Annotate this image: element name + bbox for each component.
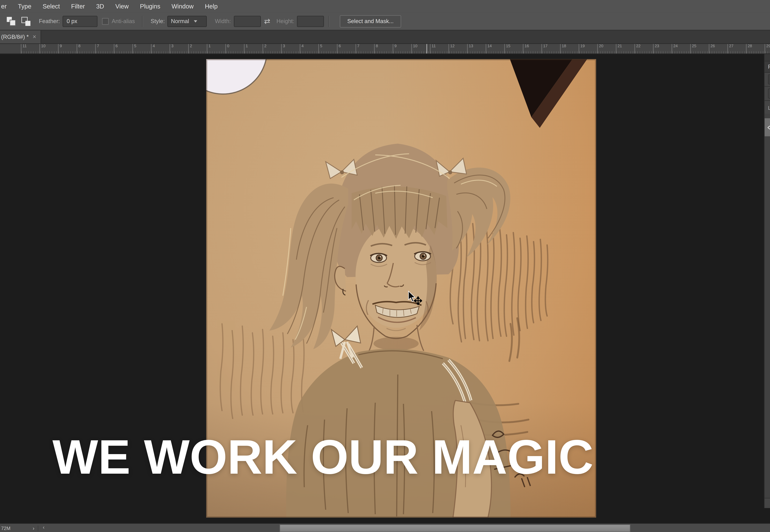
ruler-number: 29 <box>766 44 770 48</box>
blend-mode-dropdown[interactable]: Normal <box>768 88 770 99</box>
ruler-unit: 26 <box>709 43 728 54</box>
scroll-left-icon[interactable]: ‹ <box>43 524 44 530</box>
ruler-unit: 0 <box>225 43 244 54</box>
blend-mode-row: Normal Opacity: 100% <box>765 87 770 101</box>
ruler-unit: 1 <box>207 43 226 54</box>
ruler-unit: 20 <box>597 43 616 54</box>
lock-row: Lock: <box>765 101 770 115</box>
style-dropdown[interactable]: Normal <box>167 16 207 27</box>
width-input[interactable] <box>234 16 261 27</box>
ruler-number: 26 <box>711 44 715 48</box>
ruler-unit: 12 <box>449 43 468 54</box>
ruler-number: 19 <box>580 44 585 48</box>
ruler-number: 21 <box>618 44 622 48</box>
menu-item-view[interactable]: View <box>110 0 134 12</box>
ruler-number: 25 <box>692 44 696 48</box>
style-value: Normal <box>171 18 189 24</box>
options-divider-2 <box>328 16 330 27</box>
feather-input[interactable]: 0 px <box>63 16 98 27</box>
menu-item-window[interactable]: Window <box>166 0 199 12</box>
ruler-unit: 10 <box>411 43 431 54</box>
options-divider-1 <box>142 16 143 27</box>
video-caption-text: WE WORK OUR MAGIC <box>52 433 593 481</box>
ruler-number: 15 <box>506 44 511 48</box>
layers-list: Background <box>765 114 770 498</box>
photoshop-window: er Type Select Filter 3D View Plugins Wi… <box>0 0 770 532</box>
close-tab-icon[interactable]: × <box>33 33 36 40</box>
ruler-unit: 2 <box>262 43 282 54</box>
document-tab[interactable]: (RGB/8#) * × <box>0 30 41 43</box>
ruler-unit: 11 <box>21 43 40 54</box>
menu-item-filter[interactable]: Filter <box>65 0 91 12</box>
menu-item-plugins[interactable]: Plugins <box>134 0 166 12</box>
ruler-number: 13 <box>469 44 473 48</box>
panel-header: « <box>765 54 770 61</box>
chevron-down-icon <box>193 20 197 22</box>
anti-alias-checkbox[interactable] <box>102 18 109 24</box>
ruler-number: 3 <box>171 44 173 48</box>
ruler-number: 1 <box>246 44 248 48</box>
ruler-unit: 8 <box>77 43 96 54</box>
ruler-number: 2 <box>190 44 192 48</box>
new-selection-icon[interactable] <box>7 17 16 26</box>
menu-bar: er Type Select Filter 3D View Plugins Wi… <box>0 0 770 13</box>
ruler-number: 16 <box>525 44 529 48</box>
horizontal-scrollbar-thumb[interactable] <box>279 524 631 532</box>
ruler-unit: 28 <box>746 43 765 54</box>
horizontal-scrollbar[interactable]: ‹ <box>38 524 770 532</box>
layer-row-background[interactable]: Background <box>765 118 770 136</box>
ruler-number: 23 <box>655 44 659 48</box>
tab-properties[interactable]: Prope <box>765 61 770 72</box>
ruler-unit: 19 <box>579 43 598 54</box>
feather-label: Feather: <box>39 18 60 24</box>
ruler-unit: 29 <box>765 43 770 54</box>
ruler-number: 10 <box>413 44 418 48</box>
layer-filter-row: Kind T <box>765 73 770 87</box>
status-expand-icon[interactable]: › <box>29 525 38 531</box>
ruler-unit: 7 <box>95 43 114 54</box>
document-tab-title: (RGB/8#) * <box>1 34 29 40</box>
ruler-unit: 18 <box>560 43 579 54</box>
ruler-unit: 5 <box>318 43 337 54</box>
ruler-number: 11 <box>22 44 27 48</box>
layer-visibility-toggle[interactable] <box>765 118 770 136</box>
lock-label: Lock: <box>768 105 770 111</box>
menu-item-3d[interactable]: 3D <box>91 0 110 12</box>
menu-item-select[interactable]: Select <box>37 0 65 12</box>
ruler-unit: 3 <box>281 43 300 54</box>
ruler-unit: 15 <box>504 43 524 54</box>
filter-kind-dropdown[interactable]: Kind <box>768 74 770 85</box>
ruler-unit: 3 <box>169 43 189 54</box>
screenshot-root: er Type Select Filter 3D View Plugins Wi… <box>0 0 770 532</box>
ruler-unit: 25 <box>690 43 709 54</box>
ruler-number: 11 <box>432 44 436 48</box>
ruler-unit: 5 <box>132 43 151 54</box>
ruler-number: 6 <box>338 44 341 48</box>
select-and-mask-button[interactable]: Select and Mask... <box>340 15 401 27</box>
ruler-number: 1 <box>208 44 211 48</box>
height-label: Height: <box>276 18 294 24</box>
ruler-unit: 13 <box>467 43 486 54</box>
ruler-unit: 9 <box>58 43 77 54</box>
ruler-unit: 2 <box>188 43 207 54</box>
ruler-unit: 4 <box>151 43 170 54</box>
ruler-number: 4 <box>301 44 303 48</box>
ruler-number: 10 <box>41 44 46 48</box>
ruler-number: 28 <box>748 44 752 48</box>
menu-item-type[interactable]: Type <box>12 0 37 12</box>
height-input[interactable] <box>297 16 324 27</box>
ruler-unit: 16 <box>523 43 542 54</box>
menu-item-help[interactable]: Help <box>199 0 223 12</box>
ruler-unit: 8 <box>374 43 393 54</box>
swap-dimensions-icon[interactable]: ⇄ <box>264 17 270 25</box>
menu-item-layer-cut[interactable]: er <box>0 0 12 12</box>
ruler-unit: 11 <box>430 43 449 54</box>
ruler-number: 14 <box>488 44 492 48</box>
ruler-number: 18 <box>562 44 566 48</box>
ruler-number: 3 <box>283 44 285 48</box>
ruler-number: 12 <box>450 44 455 48</box>
ruler[interactable]: 1110987654321012345678910111213141516171… <box>0 43 770 54</box>
intersect-selection-icon[interactable] <box>21 17 30 26</box>
document-tab-strip: (RGB/8#) * × <box>0 30 770 44</box>
document-size-readout[interactable]: 72M <box>0 525 29 531</box>
